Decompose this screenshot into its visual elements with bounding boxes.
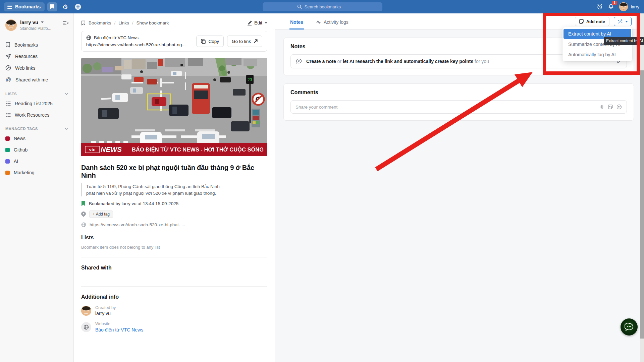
website-label: Website [95, 321, 143, 326]
bookmarked-by-text: Bookmarked by larry vu at 13:44 15-09-20… [89, 201, 178, 206]
page-scrollbar-thumb[interactable] [640, 70, 644, 339]
emoji-icon[interactable] [616, 104, 622, 110]
sidebar-tag-news[interactable]: News [0, 133, 73, 144]
tag-label: Github [14, 147, 28, 153]
edit-label: Edit [254, 20, 262, 25]
notes-panel: Notes Activity logs Add note [275, 13, 644, 362]
sidebar-list-work-resources[interactable]: Work Resources [0, 109, 73, 121]
vtc-logo-news: NEWS [101, 145, 122, 153]
tag-label: Marketing [14, 170, 34, 175]
bookmark-title: Danh sách 520 xe bị phạt nguội tuần đầu … [81, 164, 267, 179]
list-label: Reading List 2025 [15, 101, 53, 106]
bookmark-icon [5, 42, 10, 48]
avatar [619, 2, 628, 11]
copy-button[interactable]: Copy [196, 36, 224, 47]
magic-pen-icon [618, 19, 623, 24]
topbar-username: larry [631, 4, 639, 9]
comments-heading: Comments [290, 89, 627, 96]
tag-pin-icon [81, 212, 86, 217]
comment-input[interactable] [296, 105, 596, 110]
bookmarks-app-button[interactable] [47, 2, 57, 11]
sidebar-tag-ai[interactable]: AI [0, 156, 73, 167]
created-by-label: Created by [95, 305, 116, 310]
avatar [81, 306, 91, 316]
notifications-button[interactable]: 1 [608, 3, 614, 10]
external-arrow-icon [254, 39, 258, 43]
avatar [5, 19, 17, 31]
tab-notes[interactable]: Notes [289, 19, 304, 29]
profile-name: larry vu [20, 19, 38, 25]
sidebar-list-reading-list-2025[interactable]: Reading List 2025 [0, 98, 73, 109]
comments-card: Comments [283, 83, 634, 121]
sidebar-item-web-links[interactable]: Web links [0, 62, 73, 74]
workspace-switcher[interactable]: larry vu Standard Platfo... [0, 19, 73, 36]
search-input[interactable] [305, 4, 348, 9]
sidebar-item-label: Shared with me [15, 77, 48, 82]
app-menu-button[interactable]: Bookmarks [4, 2, 45, 11]
menu-item-automatically-tag-by-ai[interactable]: Automatically tag by AI [564, 50, 631, 60]
pencil-icon [247, 20, 252, 25]
settings-button[interactable]: ⚙ [60, 2, 70, 11]
sidebar-item-shared-with-me[interactable]: @ Shared with me [0, 74, 73, 86]
tag-color-swatch [5, 148, 10, 152]
bookmark-icon [50, 4, 55, 9]
go-to-link-button[interactable]: Go to link [227, 36, 262, 47]
sidebar-item-label: Resources [15, 54, 38, 59]
shared-with-heading: Shared with [81, 265, 267, 271]
managed-tags-section-header[interactable]: MANAGED TAGS [0, 121, 73, 133]
plus-circle-icon [75, 4, 81, 10]
section-title: MANAGED TAGS [5, 127, 38, 131]
tag-label: AI [14, 159, 18, 164]
search-bookmarks-field[interactable] [263, 2, 382, 11]
sidebar: larry vu Standard Platfo... Bookmarks Re… [0, 13, 74, 362]
paperclip-icon[interactable] [599, 104, 604, 110]
sidebar-tag-marketing[interactable]: Marketing [0, 167, 73, 178]
add-tag-button[interactable]: + Add tag [89, 210, 113, 218]
list-label: Work Resources [15, 112, 49, 118]
add-button[interactable] [73, 2, 83, 11]
bookmark-preview-image: 23 vtc NEWS BÁO ĐIỆN TỬ VTC NEWS - HƠI T… [81, 58, 267, 158]
sticker-icon[interactable] [608, 104, 613, 110]
collapse-sidebar-button[interactable] [63, 21, 69, 27]
created-by-value: larry vu [95, 311, 116, 316]
sidebar-item-resources[interactable]: Resources [0, 51, 73, 62]
list-icon [5, 101, 11, 106]
chat-support-button[interactable] [621, 318, 638, 336]
tab-activity-logs[interactable]: Activity logs [315, 19, 349, 29]
add-note-label: Add note [586, 19, 605, 24]
lists-heading: Lists [81, 235, 267, 241]
bookmark-detail-column: Bookmarks / Links / Show bookmark Edit B… [74, 13, 275, 362]
breadcrumb-current: Show bookmark [137, 20, 169, 25]
section-title: LISTS [5, 92, 17, 96]
create-note-link[interactable]: Create a note [306, 59, 336, 64]
tag-color-swatch [5, 159, 10, 164]
chevron-down-icon [265, 22, 267, 24]
ai-actions-dropdown-button[interactable] [614, 17, 632, 26]
cta-or: or [336, 59, 343, 64]
website-link[interactable]: Báo điện tử VTC News [95, 327, 143, 333]
breadcrumb-links[interactable]: Links [118, 20, 129, 25]
banner-slogan: BÁO ĐIỆN TỬ VTC NEWS - HƠI THỞ CUỘC SỐNG [132, 146, 264, 153]
tag-color-swatch [5, 136, 10, 141]
note-icon [579, 19, 584, 24]
globe-icon [86, 35, 91, 40]
chat-bubble-icon [625, 323, 634, 331]
comment-input-bar[interactable] [290, 100, 627, 114]
sidebar-tag-github[interactable]: Github [0, 144, 73, 156]
user-menu[interactable]: larry [619, 2, 639, 11]
edit-button[interactable]: Edit [247, 20, 267, 25]
comment-bubble-icon [296, 59, 302, 64]
ai-research-link[interactable]: let AI research the link and automatical… [343, 59, 473, 64]
breadcrumb: Bookmarks / Links / Show bookmark [81, 20, 169, 25]
alarm-icon[interactable] [597, 4, 603, 10]
collapse-sidebar-icon [63, 21, 69, 25]
bookmark-url: https://vtcnews.vn/danh-sach-520-xe-bi-p… [86, 42, 185, 47]
breadcrumb-bookmarks[interactable]: Bookmarks [89, 20, 111, 25]
breadcrumb-separator: / [114, 20, 116, 25]
sidebar-item-bookmarks[interactable]: Bookmarks [0, 39, 73, 51]
lists-section-header[interactable]: LISTS [0, 86, 73, 98]
bookmark-saved-icon [81, 201, 86, 206]
add-note-button[interactable]: Add note [575, 17, 609, 26]
tab-label: Activity logs [324, 19, 348, 25]
bookmark-short-url: https://vtcnews.vn/danh-sach-520-xe-bi-p… [90, 222, 185, 227]
